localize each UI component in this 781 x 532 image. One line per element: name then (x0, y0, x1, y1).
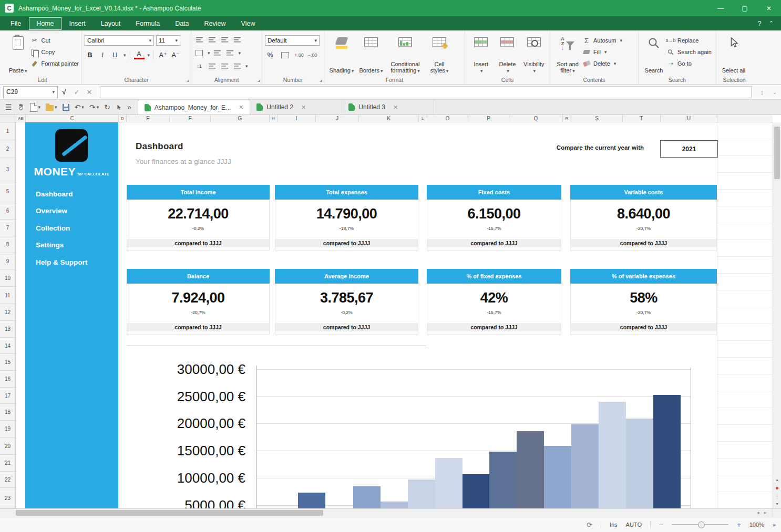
grow-font-button[interactable]: A⁺ (158, 50, 168, 59)
autosum-button[interactable]: ΣAutosum▾ (582, 36, 622, 45)
paste-button[interactable]: Paste▾ (6, 33, 30, 74)
column-header[interactable]: R (563, 115, 571, 122)
search-button[interactable]: Search (641, 33, 666, 74)
column-header[interactable]: J (316, 115, 359, 122)
align-right-button[interactable] (219, 35, 230, 45)
column-header[interactable]: K (359, 115, 419, 122)
font-color-dropdown-icon[interactable]: ▾ (148, 53, 150, 58)
column-header[interactable]: C (26, 115, 119, 122)
zoom-in-icon[interactable]: + (737, 521, 741, 529)
shading-button[interactable]: Shading▾ (327, 33, 356, 74)
close-tab-icon[interactable]: ✕ (393, 104, 398, 111)
vertical-align-top-button[interactable] (207, 61, 217, 71)
minimize-icon[interactable]: — (708, 0, 733, 16)
compare-year-input[interactable]: 2021 (660, 140, 718, 158)
horizontal-scrollbar-thumb[interactable] (16, 510, 323, 516)
zoom-level[interactable]: 100% (749, 521, 764, 528)
menu-item-formula[interactable]: Formula (128, 17, 167, 30)
status-more-icon[interactable]: » (773, 521, 776, 528)
underline-dropdown-icon[interactable]: ▾ (124, 53, 126, 58)
row-header[interactable]: 15 (0, 354, 15, 371)
formula-bar-more-icon[interactable]: ⌄ (768, 89, 781, 95)
row-header[interactable]: 22 (0, 472, 15, 488)
close-tab-icon[interactable]: ✕ (239, 104, 243, 111)
doc-tab[interactable]: Ashampoo_Money_for_E...✕ (138, 100, 251, 114)
indent-button[interactable] (225, 48, 235, 58)
row-header[interactable]: 2 (0, 140, 15, 158)
cell-styles-button[interactable]: Cell styles▾ (425, 33, 454, 74)
valign-dropdown-icon[interactable]: ▾ (245, 64, 248, 69)
pan-hand-icon[interactable] (17, 103, 25, 111)
replace-button[interactable]: a→bReplace (666, 36, 712, 45)
help-icon[interactable]: ? (758, 19, 762, 27)
bold-button[interactable]: B (85, 51, 95, 59)
row-header[interactable]: 11 (0, 287, 15, 304)
zoom-slider-thumb[interactable] (698, 521, 705, 528)
doc-tab[interactable]: Untitled 2✕ (250, 100, 342, 114)
decrease-decimal-button[interactable]: −.00 (308, 53, 317, 58)
menu-item-data[interactable]: Data (168, 17, 196, 30)
close-tab-icon[interactable]: ✕ (301, 104, 306, 111)
zoom-out-icon[interactable]: − (659, 520, 663, 529)
menu-item-review[interactable]: Review (197, 17, 233, 30)
zoom-slider[interactable] (672, 524, 728, 525)
menu-item-insert[interactable]: Insert (62, 17, 93, 30)
sync-icon[interactable]: ⟳ (587, 521, 592, 529)
merge-cells-button[interactable] (194, 48, 204, 58)
maximize-icon[interactable]: ▢ (733, 0, 757, 16)
undo-icon[interactable]: ↶▾ (75, 103, 84, 111)
align-center-button[interactable] (207, 35, 217, 45)
font-name-select[interactable]: Calibri▾ (85, 35, 154, 46)
column-header[interactable]: AB (16, 115, 26, 122)
column-header[interactable]: E (127, 115, 170, 122)
select-all-button[interactable]: Select all (719, 33, 748, 74)
italic-button[interactable]: I (97, 51, 108, 59)
row-header[interactable]: 6 (0, 202, 15, 220)
menu-item-file[interactable]: File (3, 17, 28, 30)
function-wizard-icon[interactable]: √ (58, 88, 70, 96)
indent-dropdown-icon[interactable]: ▾ (239, 50, 241, 56)
scroll-left-icon[interactable]: ◂ (757, 510, 759, 515)
insert-cells-button[interactable]: Insert▾ (468, 33, 494, 74)
menu-item-layout[interactable]: Layout (94, 17, 128, 30)
expand-formula-bar-icon[interactable]: ↕ (756, 88, 768, 96)
delete-cells-button[interactable]: Delete▾ (494, 33, 520, 74)
delete-contents-button[interactable]: Delete▾ (582, 59, 622, 68)
rotate-text-button[interactable]: ↕1 (194, 61, 204, 71)
row-header[interactable]: 8 (0, 236, 15, 253)
vertical-align-middle-button[interactable] (219, 61, 230, 71)
formula-input[interactable] (100, 86, 752, 98)
scroll-down-icon[interactable]: ▾ (773, 502, 781, 506)
redo-icon[interactable]: ↷▾ (89, 103, 99, 111)
row-header[interactable]: 1 (0, 122, 15, 140)
row-header[interactable]: 17 (0, 388, 15, 404)
sidebar-item-help-support[interactable]: Help & Support (36, 254, 114, 271)
search-again-button[interactable]: Search again (666, 48, 712, 56)
column-header[interactable]: D (119, 115, 127, 122)
row-header[interactable]: 23 (0, 488, 15, 508)
sidebar-item-collection[interactable]: Collection (36, 220, 114, 237)
column-header[interactable]: G (211, 115, 270, 122)
row-header[interactable]: 14 (0, 338, 15, 354)
open-file-icon[interactable]: ▾ (46, 103, 57, 111)
column-header[interactable]: F (170, 115, 211, 122)
cancel-formula-icon[interactable]: ✕ (83, 88, 96, 96)
menu-item-home[interactable]: Home (29, 17, 61, 30)
cut-button[interactable]: ✂Cut (30, 36, 79, 45)
row-header[interactable]: 18 (0, 404, 15, 421)
menu-item-view[interactable]: View (234, 17, 263, 30)
underline-button[interactable]: U (110, 51, 120, 59)
conditional-formatting-button[interactable]: Conditional formatting▾ (386, 33, 425, 74)
vertical-align-bottom-button[interactable] (232, 61, 242, 71)
save-icon[interactable] (63, 104, 69, 111)
column-header[interactable]: O (427, 115, 468, 122)
vertical-scrollbar[interactable]: ▴ ⋮ ▾ (773, 122, 781, 517)
split-handle-icon[interactable]: ⋮ (773, 494, 781, 499)
scroll-up-icon[interactable]: ▴ (773, 477, 781, 482)
increase-decimal-button[interactable]: +.00 (294, 53, 304, 58)
currency-format-button[interactable] (280, 50, 290, 60)
row-header[interactable]: 16 (0, 371, 15, 388)
merge-dropdown-icon[interactable]: ▾ (208, 50, 210, 56)
column-header[interactable]: L (419, 115, 427, 122)
number-format-select[interactable]: Default▾ (265, 35, 320, 46)
